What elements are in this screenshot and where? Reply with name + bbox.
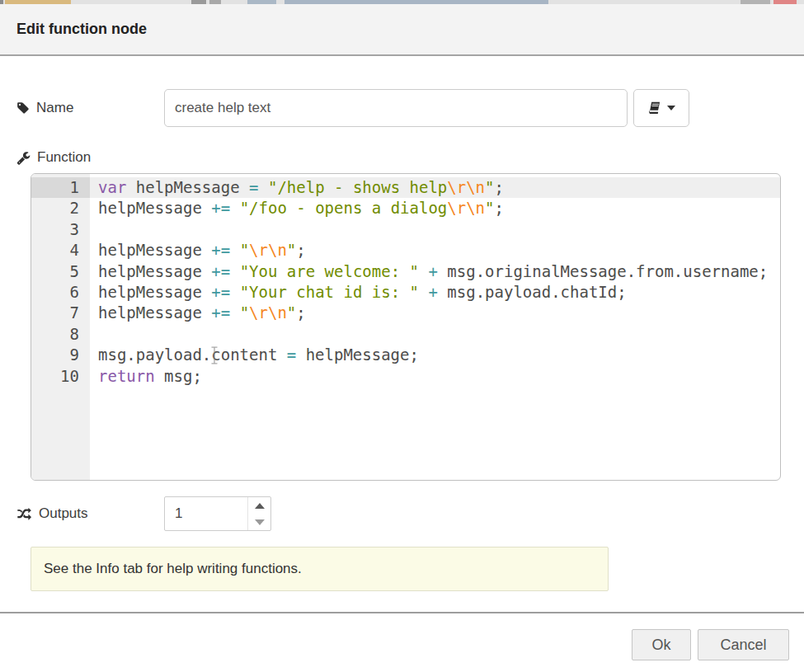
dialog-title: Edit function node (16, 21, 147, 38)
line-number: 4 (31, 240, 90, 261)
line-number: 10 (31, 366, 90, 387)
cancel-button-label: Cancel (720, 637, 766, 654)
code-text: msg.payload.content = helpMessage; (90, 345, 780, 365)
chevron-down-icon (255, 519, 265, 525)
name-input[interactable] (164, 89, 628, 127)
code-line[interactable]: 1var helpMessage = "/help - shows help\r… (31, 177, 780, 198)
code-line[interactable]: 5helpMessage += "You are welcome: " + ms… (31, 261, 780, 282)
spinner-down-button[interactable] (248, 514, 270, 530)
wrench-icon (16, 151, 31, 165)
code-text: helpMessage += "\r\n"; (90, 303, 780, 323)
code-line[interactable]: 4helpMessage += "\r\n"; (31, 240, 780, 261)
code-text: helpMessage += "Your chat id is: " + msg… (90, 282, 780, 303)
name-label-text: Name (36, 100, 73, 116)
function-label-text: Function (37, 149, 91, 166)
caret-down-icon (667, 106, 675, 110)
form-tip-text: See the Info tab for help writing functi… (44, 561, 302, 577)
ok-button-label: Ok (651, 637, 670, 654)
outputs-label-text: Outputs (39, 505, 88, 522)
line-number: 1 (31, 177, 90, 198)
code-text: helpMessage += "\r\n"; (90, 240, 780, 261)
code-text (90, 219, 780, 240)
code-line[interactable]: 3 (31, 219, 780, 240)
shuffle-icon (16, 507, 32, 521)
line-number: 9 (31, 345, 90, 365)
function-label: Function (16, 148, 91, 167)
line-number: 2 (31, 198, 90, 219)
library-button[interactable] (633, 89, 689, 127)
code-text (90, 324, 780, 345)
line-number: 7 (31, 303, 90, 323)
line-number: 6 (31, 282, 90, 303)
code-lines: 1var helpMessage = "/help - shows help\r… (31, 174, 780, 387)
form-tip: See the Info tab for help writing functi… (31, 547, 609, 591)
code-line[interactable]: 10return msg; (31, 366, 780, 387)
code-line[interactable]: 2helpMessage += "/foo - opens a dialog\r… (31, 198, 780, 219)
outputs-input[interactable] (165, 497, 247, 530)
ok-button[interactable]: Ok (632, 629, 691, 660)
line-number: 3 (31, 219, 90, 240)
spinner-up-button[interactable] (248, 497, 270, 514)
dialog-header: Edit function node (0, 4, 804, 56)
code-text: helpMessage += "You are welcome: " + msg… (90, 261, 780, 282)
text-cursor-ibeam (210, 346, 219, 368)
line-number: 8 (31, 324, 90, 345)
code-line[interactable]: 6helpMessage += "Your chat id is: " + ms… (31, 282, 780, 303)
outputs-label: Outputs (16, 503, 88, 524)
chevron-up-icon (255, 503, 265, 509)
outputs-spinner[interactable] (164, 496, 271, 531)
footer-separator (0, 612, 804, 613)
line-number: 5 (31, 261, 90, 282)
code-text: var helpMessage = "/help - shows help\r\… (90, 177, 780, 198)
code-editor[interactable]: 1var helpMessage = "/help - shows help\r… (31, 173, 781, 481)
code-line[interactable]: 7helpMessage += "\r\n"; (31, 303, 780, 323)
name-label: Name (16, 97, 73, 119)
cancel-button[interactable]: Cancel (698, 629, 789, 660)
code-text: return msg; (90, 366, 780, 387)
book-icon (647, 101, 661, 115)
tag-icon (16, 101, 30, 115)
code-line[interactable]: 8 (31, 324, 780, 345)
code-text: helpMessage += "/foo - opens a dialog\r\… (90, 198, 780, 219)
spinner-buttons (247, 497, 270, 530)
code-line[interactable]: 9msg.payload.content = helpMessage; (31, 345, 780, 365)
